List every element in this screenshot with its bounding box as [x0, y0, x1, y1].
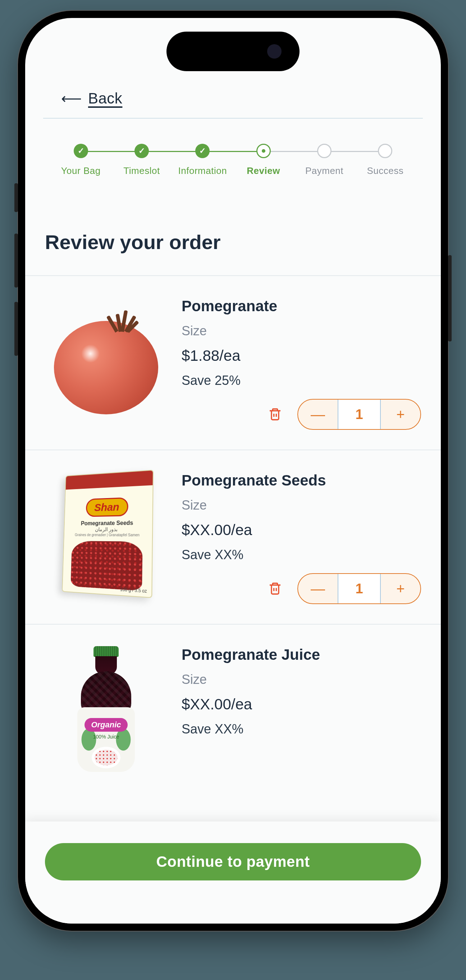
product-image: [45, 298, 167, 420]
decrement-button[interactable]: —: [298, 399, 338, 429]
product-size-label: Size: [182, 498, 421, 513]
step-label: Review: [247, 165, 280, 177]
side-button: [14, 234, 18, 288]
product-savings: Save XX%: [182, 722, 421, 737]
product-savings: Save XX%: [182, 547, 421, 562]
step-review[interactable]: Review: [233, 144, 294, 177]
step-label: Success: [367, 165, 404, 177]
quantity-stepper: — 1 +: [297, 399, 421, 430]
seed-box-illustration: Shan Pomegranate Seeds بذور الرمان Grain…: [62, 470, 153, 598]
quantity-value: 1: [338, 399, 381, 429]
screen-content: ⟵ Back Your Bag Timeslot Info: [25, 18, 441, 924]
bottle-sub: 100% Juice: [93, 734, 119, 740]
package-product-label: Pomegranate Seeds: [81, 520, 133, 527]
quantity-value: 1: [338, 574, 381, 603]
product-price: $1.88/ea: [182, 347, 421, 364]
quantity-controls: — 1 +: [182, 399, 421, 430]
increment-button[interactable]: +: [381, 574, 420, 603]
step-connector: [142, 151, 203, 152]
notch: [166, 32, 300, 71]
current-step-icon: [256, 144, 271, 158]
side-button: [448, 255, 452, 341]
product-name: Pomegranate: [182, 298, 421, 315]
order-item: Pomegranate Size $1.88/ea Save 25% —: [25, 275, 441, 450]
step-connector: [81, 151, 142, 152]
order-item: Shan Pomegranate Seeds بذور الرمان Grain…: [25, 450, 441, 624]
product-info: Pomegranate Seeds Size $XX.00/ea Save XX…: [182, 472, 421, 604]
package-weight: 100 g / 3.5 oz: [120, 587, 147, 594]
product-price: $XX.00/ea: [182, 696, 421, 713]
phone-frame: ⟵ Back Your Bag Timeslot Info: [18, 11, 448, 931]
product-info: Pomegranate Juice Size $XX.00/ea Save XX…: [182, 646, 421, 768]
continue-to-payment-button[interactable]: Continue to payment: [45, 843, 421, 880]
product-size-label: Size: [182, 672, 421, 687]
product-price: $XX.00/ea: [182, 522, 421, 539]
check-icon: [74, 144, 88, 158]
trash-icon: [268, 407, 282, 422]
step-label: Your Bag: [61, 165, 101, 177]
product-info: Pomegranate Size $1.88/ea Save 25% —: [182, 298, 421, 430]
side-button: [14, 183, 18, 212]
back-button[interactable]: ⟵ Back: [43, 90, 423, 119]
product-image: Organic 100% Juice: [45, 646, 167, 768]
delete-button[interactable]: [267, 406, 283, 422]
order-item: Organic 100% Juice Pomegranate Juice Siz…: [25, 624, 441, 788]
check-icon: [134, 144, 149, 158]
step-payment: Payment: [294, 144, 354, 177]
product-image: Shan Pomegranate Seeds بذور الرمان Grain…: [45, 472, 167, 594]
side-button: [14, 302, 18, 356]
trash-icon: [268, 581, 282, 596]
product-size-label: Size: [182, 323, 421, 339]
back-label: Back: [88, 90, 122, 107]
step-connector: [324, 151, 385, 152]
pending-step-icon: [378, 144, 392, 158]
pending-step-icon: [317, 144, 332, 158]
brand-label: Shan: [86, 497, 128, 517]
step-label: Timeslot: [123, 165, 160, 177]
quantity-stepper: — 1 +: [297, 573, 421, 604]
phone-screen: ⟵ Back Your Bag Timeslot Info: [25, 18, 441, 924]
quantity-controls: — 1 +: [182, 573, 421, 604]
increment-button[interactable]: +: [381, 399, 420, 429]
arrow-left-icon: ⟵: [61, 90, 81, 107]
step-label: Information: [178, 165, 227, 177]
juice-bottle-illustration: Organic 100% Juice: [74, 646, 139, 768]
product-name: Pomegranate Seeds: [182, 472, 421, 489]
step-information[interactable]: Information: [172, 144, 233, 177]
step-connector: [263, 151, 324, 152]
step-label: Payment: [305, 165, 343, 177]
organic-badge: Organic: [85, 718, 127, 732]
product-name: Pomegranate Juice: [182, 646, 421, 663]
cta-bar: Continue to payment: [25, 821, 441, 924]
page-title: Review your order: [25, 191, 441, 275]
step-timeslot[interactable]: Timeslot: [111, 144, 172, 177]
pomegranate-illustration: [50, 303, 162, 414]
checkout-stepper: Your Bag Timeslot Information Review: [25, 119, 441, 191]
step-success: Success: [355, 144, 416, 177]
check-icon: [195, 144, 210, 158]
step-your-bag[interactable]: Your Bag: [50, 144, 111, 177]
decrement-button[interactable]: —: [298, 574, 338, 603]
delete-button[interactable]: [267, 581, 283, 597]
step-connector: [203, 151, 263, 152]
product-savings: Save 25%: [182, 373, 421, 388]
